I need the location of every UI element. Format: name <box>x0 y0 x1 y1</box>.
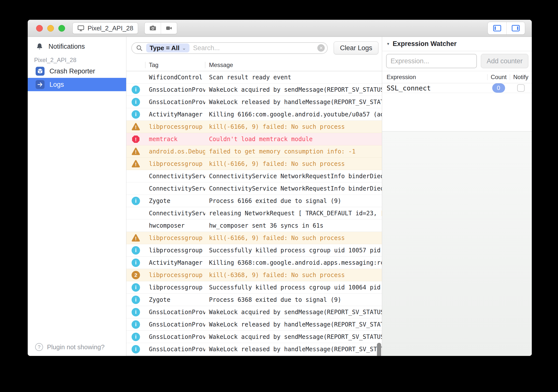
log-row[interactable]: !libprocessgroupkill(-6166, 9) failed: N… <box>126 158 382 170</box>
expression-watcher-panel: ▾ Expression Watcher Add counter Express… <box>382 37 532 356</box>
log-row[interactable]: ConnectivityServiceConnectivityService N… <box>126 170 382 182</box>
type-filter-chip[interactable]: Type = All ⌄ <box>146 44 189 52</box>
column-header-expression[interactable]: Expression <box>382 74 487 81</box>
watcher-empty-area <box>382 93 532 131</box>
watcher-count-cell: 0 <box>487 83 510 93</box>
log-row[interactable]: iZygoteProcess 6368 exited due to signal… <box>126 294 382 306</box>
type-filter-label: Type = All <box>150 44 180 52</box>
sidebar-item-crash-reporter[interactable]: Crash Reporter <box>28 65 126 78</box>
log-tag: libprocessgroup <box>145 247 205 254</box>
log-row[interactable]: ilibprocessgroupSuccessfully killed proc… <box>126 281 382 294</box>
log-row[interactable]: ConnectivityServiceConnectivityService N… <box>126 182 382 195</box>
log-row[interactable]: WificondControlScan result ready event <box>126 71 382 84</box>
column-header-level <box>126 59 145 71</box>
log-tag: GnssLocationProvider <box>145 99 205 106</box>
log-row[interactable]: 2libprocessgroupkill(-6368, 9) failed: N… <box>126 269 382 281</box>
info-icon: i <box>132 86 140 94</box>
clear-logs-button[interactable]: Clear Logs <box>334 42 378 54</box>
column-header-notify[interactable]: Notify <box>510 74 532 81</box>
log-row[interactable]: !libprocessgroupkill(-6166, 9) failed: N… <box>126 121 382 133</box>
log-row[interactable]: iActivityManagerKilling 6166:com.google.… <box>126 108 382 121</box>
camera-icon <box>149 25 157 32</box>
log-level-cell: i <box>126 320 145 329</box>
device-selector[interactable]: Pixel_2_API_28 <box>72 22 138 34</box>
notify-checkbox[interactable] <box>517 84 525 92</box>
panel-toggles <box>488 22 525 35</box>
plugin-not-showing-link[interactable]: ? Plugin not showing? <box>28 338 126 356</box>
log-row[interactable]: iGnssLocationProviderWakeLock acquired b… <box>126 84 382 96</box>
log-level-cell: i <box>126 197 145 205</box>
column-header-count[interactable]: Count <box>487 74 510 81</box>
log-level-cell: i <box>126 259 145 267</box>
watcher-rows: SSL_connect0 <box>382 83 532 93</box>
log-row[interactable]: !memtrackCouldn't load memtrack module <box>126 133 382 145</box>
log-level-cell: i <box>126 333 145 341</box>
log-row[interactable]: ConnectivityServicereleasing NetworkRequ… <box>126 207 382 219</box>
log-level-cell: i <box>126 86 145 94</box>
log-message: WakeLock released by handleMessage(REPOR… <box>205 321 382 328</box>
screenshot-button[interactable] <box>145 22 161 34</box>
screen-record-button[interactable] <box>161 22 177 34</box>
warning-count-badge: 2 <box>132 271 140 279</box>
expression-watcher-header[interactable]: ▾ Expression Watcher <box>382 37 532 51</box>
log-table-header: Tag Message <box>126 59 382 71</box>
log-message: failed to get memory consumption info: -… <box>205 148 382 155</box>
log-row[interactable]: ilibprocessgroupSuccessfully killed proc… <box>126 244 382 257</box>
log-row[interactable]: iGnssLocationProviderWakeLock acquired b… <box>126 306 382 318</box>
log-message: Successfully killed process cgroup uid 1… <box>205 284 382 291</box>
clear-search-button[interactable]: ✕ <box>317 44 325 52</box>
sidebar-item-notifications[interactable]: Notifications <box>28 40 126 53</box>
sidebar-item-logs[interactable]: Logs <box>28 78 126 91</box>
sidebar: Notifications Pixel_2_API_28 Crash Repor… <box>28 37 126 356</box>
column-header-message[interactable]: Message <box>205 62 382 68</box>
bell-icon <box>36 43 44 50</box>
log-row[interactable]: iZygoteProcess 6166 exited due to signal… <box>126 195 382 207</box>
log-message: Killing 6368:com.google.android.apps.mes… <box>205 259 382 266</box>
column-header-tag[interactable]: Tag <box>145 62 205 68</box>
expression-input[interactable] <box>386 54 477 68</box>
close-window-button[interactable] <box>36 25 43 32</box>
info-icon: i <box>132 197 140 205</box>
search-placeholder: Search... <box>193 44 314 52</box>
zoom-window-button[interactable] <box>58 25 65 32</box>
toggle-left-sidebar-button[interactable] <box>488 22 506 34</box>
log-level-cell: 2 <box>126 271 145 279</box>
log-row[interactable]: iActivityManagerKilling 6368:com.google.… <box>126 257 382 269</box>
watcher-title: Expression Watcher <box>393 40 457 48</box>
capture-controls <box>144 22 177 34</box>
info-icon: i <box>132 333 140 341</box>
log-tag: ActivityManager <box>145 259 205 266</box>
log-message: Process 6368 exited due to signal (9) <box>205 296 382 303</box>
warning-icon: ! <box>131 234 140 242</box>
log-row[interactable]: iGnssLocationProviderWakeLock released b… <box>126 343 382 355</box>
collapse-chevron-icon: ▾ <box>387 41 389 46</box>
right-panel-icon <box>512 25 520 32</box>
watcher-notify-cell <box>510 84 532 92</box>
log-message: ConnectivityService NetworkRequestInfo b… <box>205 185 382 192</box>
info-icon: i <box>132 110 140 119</box>
toggle-right-sidebar-button[interactable] <box>506 22 525 34</box>
log-level-cell: ! <box>126 123 145 131</box>
log-tag: hwcomposer <box>145 222 205 229</box>
log-row[interactable]: iGnssLocationProviderWakeLock released b… <box>126 318 382 331</box>
log-row[interactable]: hwcomposerhw_composer sent 36 syncs in 6… <box>126 219 382 232</box>
log-level-cell: i <box>126 283 145 292</box>
log-tag: ConnectivityService <box>145 210 205 217</box>
svg-text:!: ! <box>135 149 137 155</box>
log-rows: WificondControlScan result ready eventiG… <box>126 71 382 356</box>
log-row[interactable]: !android.os.Debugfailed to get memory co… <box>126 145 382 158</box>
log-message: kill(-6166, 9) failed: No such process <box>205 235 382 241</box>
video-camera-icon <box>165 25 173 32</box>
log-row[interactable]: !libprocessgroupkill(-6166, 9) failed: N… <box>126 232 382 244</box>
minimize-window-button[interactable] <box>47 25 54 32</box>
search-input[interactable]: Type = All ⌄ Search... ✕ <box>131 42 328 54</box>
log-tag: WificondControl <box>145 74 205 81</box>
watcher-row[interactable]: SSL_connect0 <box>382 83 532 93</box>
vertical-scrollbar-thumb[interactable] <box>377 343 381 356</box>
add-counter-button[interactable]: Add counter <box>481 54 528 68</box>
log-row[interactable]: iGnssLocationProviderWakeLock released b… <box>126 96 382 108</box>
log-row[interactable]: iGnssLocationProviderWakeLock acquired b… <box>126 331 382 343</box>
log-message: hw_composer sent 36 syncs in 61s <box>205 222 382 229</box>
svg-text:!: ! <box>135 136 137 142</box>
log-tag: GnssLocationProvider <box>145 86 205 93</box>
